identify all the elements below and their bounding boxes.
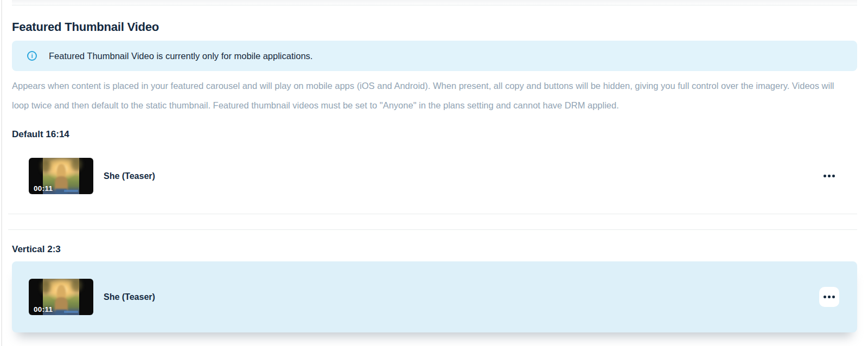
ellipsis-menu-icon[interactable] — [819, 287, 839, 307]
thumbnail-watermark — [64, 311, 78, 313]
video-thumbnail[interactable]: 00:11 — [29, 279, 93, 315]
subsection-heading-vertical: Vertical 2:3 — [12, 244, 857, 255]
video-row-vertical-highlighted[interactable]: 00:11 She (Teaser) — [12, 261, 857, 332]
ellipsis-menu-icon[interactable] — [819, 166, 839, 186]
video-title: She (Teaser) — [104, 292, 155, 302]
section-title: Featured Thumbnail Video — [12, 20, 857, 34]
info-banner: i Featured Thumbnail Video is currently … — [12, 41, 857, 71]
divider — [8, 214, 857, 214]
duration-badge: 00:11 — [34, 305, 53, 313]
top-divider — [12, 0, 857, 5]
video-row-default[interactable]: 00:11 She (Teaser) — [12, 158, 857, 194]
divider — [8, 229, 857, 230]
section-description: Appears when content is placed in your f… — [12, 76, 838, 115]
featured-thumbnail-video-section: Featured Thumbnail Video i Featured Thum… — [0, 0, 868, 346]
info-icon: i — [27, 51, 37, 61]
duration-badge: 00:11 — [34, 184, 53, 193]
video-thumbnail[interactable]: 00:11 — [29, 158, 93, 194]
video-title: She (Teaser) — [104, 171, 155, 181]
info-banner-text: Featured Thumbnail Video is currently on… — [49, 51, 312, 61]
subsection-heading-default: Default 16:14 — [12, 129, 857, 140]
thumbnail-watermark — [64, 190, 78, 192]
